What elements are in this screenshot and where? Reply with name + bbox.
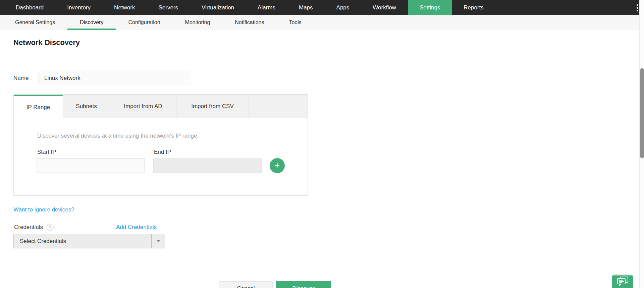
scrollbar-track[interactable] <box>639 0 644 288</box>
page-title: Network Discovery <box>13 38 644 47</box>
ip-labels-row: Start IP End IP <box>37 149 308 155</box>
subnav-item-configuration[interactable]: Configuration <box>116 15 172 30</box>
subnav-item-monitoring[interactable]: Monitoring <box>173 15 223 30</box>
tab-ip-range[interactable]: IP Range <box>14 95 63 118</box>
end-ip-input[interactable] <box>153 158 262 173</box>
footer-actions: Cancel Discover <box>219 281 644 288</box>
credentials-row: Credentials ? Add Credentials <box>13 224 644 231</box>
add-credentials-link[interactable]: Add Credentials <box>116 224 157 231</box>
add-ip-range-button[interactable]: + <box>270 158 285 173</box>
name-input[interactable]: Linux Network <box>39 71 191 85</box>
name-input-value: Linux Network <box>44 75 80 82</box>
discovery-method-tabbox: IP Range Subnets Import from AD Import f… <box>13 94 308 196</box>
chat-widget-button[interactable] <box>612 275 633 288</box>
scrollbar-thumb[interactable] <box>640 68 644 158</box>
ignore-devices-link[interactable]: Want to ignore devices? <box>13 206 74 213</box>
end-ip-label: End IP <box>154 149 171 155</box>
name-field-row: Name Linux Network <box>13 71 644 85</box>
tab-import-from-ad[interactable]: Import from AD <box>110 95 176 118</box>
help-icon[interactable]: ? <box>47 224 54 231</box>
chevron-down-icon <box>156 240 160 242</box>
credentials-select-value: Select Credentials <box>14 238 151 245</box>
discover-button[interactable]: Discover <box>276 281 331 288</box>
nav-item-reports[interactable]: Reports <box>452 0 495 15</box>
tab-filler <box>249 95 308 118</box>
credentials-select[interactable]: Select Credentials <box>13 234 165 248</box>
tab-import-from-csv[interactable]: Import from CSV <box>176 95 249 118</box>
settings-sub-nav: General Settings Discovery Configuration… <box>0 15 644 30</box>
cancel-button[interactable]: Cancel <box>219 281 273 288</box>
name-label: Name <box>13 75 39 82</box>
nav-item-inventory[interactable]: Inventory <box>55 0 102 15</box>
nav-item-dashboard[interactable]: Dashboard <box>4 0 55 15</box>
nav-item-virtualization[interactable]: Virtualization <box>190 0 246 15</box>
nav-item-workflow[interactable]: Workflow <box>361 0 408 15</box>
nav-item-apps[interactable]: Apps <box>325 0 361 15</box>
credentials-label: Credentials <box>14 224 43 231</box>
nav-item-servers[interactable]: Servers <box>147 0 190 15</box>
divider <box>13 267 306 267</box>
subnav-item-discovery[interactable]: Discovery <box>67 15 116 30</box>
ip-range-panel: Discover several devices at a time using… <box>14 118 308 195</box>
top-nav-bar: Dashboard Inventory Network Servers Virt… <box>0 0 644 15</box>
discovery-method-tabs: IP Range Subnets Import from AD Import f… <box>14 95 308 118</box>
ip-inputs-row: + <box>37 158 308 173</box>
nav-item-maps[interactable]: Maps <box>287 0 325 15</box>
text-caret <box>81 75 81 82</box>
subnav-item-notifications[interactable]: Notifications <box>222 15 276 30</box>
nav-item-alarms[interactable]: Alarms <box>246 0 287 15</box>
chat-bubbles-icon <box>616 276 629 288</box>
subnav-item-tools[interactable]: Tools <box>276 15 314 30</box>
subnav-item-general-settings[interactable]: General Settings <box>3 15 67 30</box>
start-ip-label: Start IP <box>37 149 154 155</box>
divider <box>13 60 639 60</box>
nav-item-network[interactable]: Network <box>102 0 147 15</box>
start-ip-input[interactable] <box>37 158 145 173</box>
ip-range-description: Discover several devices at a time using… <box>37 133 308 139</box>
select-arrow-box <box>151 234 165 248</box>
main-content: Network Discovery Name Linux Network IP … <box>0 38 644 288</box>
tab-subnets[interactable]: Subnets <box>63 95 110 118</box>
nav-item-settings[interactable]: Settings <box>408 0 452 15</box>
